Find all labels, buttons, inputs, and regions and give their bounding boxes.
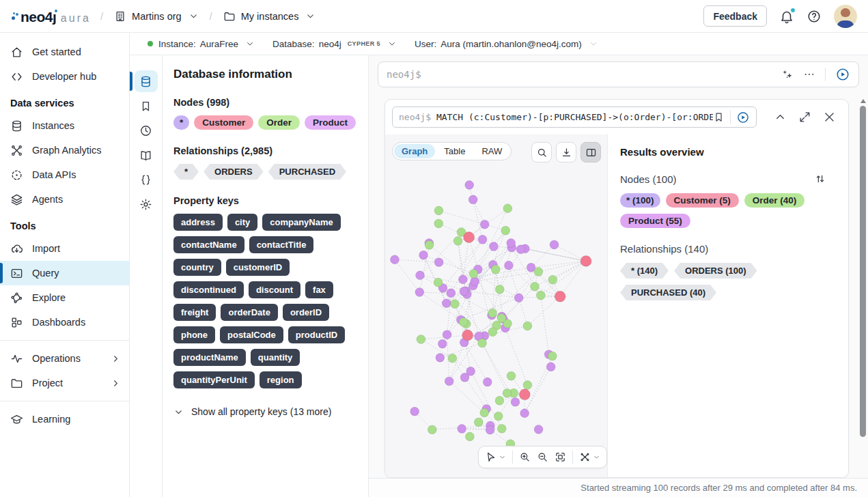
save-bookmark-icon[interactable] (713, 111, 725, 123)
node-label-chip[interactable]: Customer (194, 115, 253, 130)
vertical-scrollbar[interactable] (859, 99, 867, 497)
tab-raw[interactable]: RAW (474, 144, 509, 158)
tab-graph[interactable]: Graph (394, 144, 435, 158)
notification-badge (790, 8, 796, 13)
divider (512, 451, 513, 464)
property-key-chip[interactable]: productID (288, 326, 345, 343)
scrollbar-up-arrow[interactable] (860, 99, 866, 103)
overview-node-chip[interactable]: Order (40) (744, 193, 805, 208)
property-key-chip[interactable]: discount (249, 281, 300, 298)
pointer-tool-button[interactable] (485, 451, 506, 463)
database-selector[interactable]: Database: neo4j CYPHER 5 (272, 39, 397, 49)
chevron-down-icon[interactable] (589, 39, 598, 48)
collapse-card-button[interactable] (774, 111, 787, 124)
help-button[interactable] (807, 9, 822, 24)
fit-to-view-button[interactable] (555, 451, 566, 463)
expand-card-button[interactable] (798, 111, 811, 124)
rail-documentation-button[interactable] (135, 144, 158, 166)
property-key-chip[interactable]: freight (173, 304, 216, 321)
overview-relationship-chip[interactable]: PURCHASED (40) (620, 285, 716, 300)
property-key-chip[interactable]: postalCode (220, 326, 283, 343)
relationship-type-chip[interactable]: PURCHASED (268, 164, 346, 180)
property-key-chip[interactable]: contactName (173, 236, 244, 253)
property-key-chip[interactable]: quantity (251, 349, 300, 366)
sidebar-item-learning[interactable]: Learning (0, 407, 129, 431)
overview-node-chip[interactable]: * (100) (620, 193, 660, 208)
download-button[interactable] (556, 142, 576, 162)
chevron-down-icon (173, 407, 184, 417)
property-key-chip[interactable]: quantityPerUnit (173, 371, 255, 388)
property-key-chip[interactable]: phone (173, 326, 215, 343)
rail-parameters-button[interactable] (135, 169, 158, 190)
overview-node-chips: * (100)Customer (5)Order (40)Product (55… (620, 193, 836, 228)
rail-history-button[interactable] (135, 119, 158, 141)
sidebar-item-project[interactable]: Project (0, 371, 129, 395)
close-card-button[interactable] (823, 111, 836, 124)
graph-canvas[interactable] (385, 134, 607, 477)
sidebar-item-operations[interactable]: Operations (0, 346, 129, 371)
chevron-down-icon[interactable] (387, 39, 397, 48)
rail-database-info-button[interactable] (135, 70, 158, 92)
sidebar-item-import[interactable]: Import (0, 236, 129, 261)
show-all-properties-toggle[interactable]: Show all property keys (13 more) (173, 406, 357, 417)
property-key-chip[interactable]: discontinued (173, 281, 244, 298)
breadcrumb-project[interactable]: My instances (219, 8, 320, 25)
user-avatar[interactable] (834, 5, 857, 28)
run-query-button[interactable] (835, 67, 850, 82)
property-key-chip[interactable]: country (173, 259, 221, 276)
property-key-chip[interactable]: contactTitle (249, 236, 314, 253)
scrollbar-thumb[interactable] (860, 106, 866, 437)
relationship-type-chip[interactable]: * (173, 164, 199, 180)
property-key-chip[interactable]: city (227, 214, 257, 231)
chevron-down-icon[interactable] (305, 11, 316, 21)
overview-node-chip[interactable]: Customer (5) (666, 193, 739, 208)
toggle-overview-panel-button[interactable] (580, 142, 601, 162)
sidebar-item-dashboards[interactable]: Dashboards (0, 310, 129, 335)
user-selector[interactable]: User: Aura (martin.ohanlon@neo4j.com) (415, 39, 598, 49)
sort-button[interactable] (814, 173, 826, 185)
graph-toolbar (478, 446, 607, 468)
sidebar-item-query[interactable]: Query (0, 261, 129, 285)
property-key-chip[interactable]: companyName (262, 214, 340, 231)
sidebar-item-get-started[interactable]: Get started (0, 40, 129, 64)
node-label-chip[interactable]: * (173, 115, 189, 130)
graph-search-button[interactable] (531, 142, 552, 162)
relationship-type-chip[interactable]: ORDERS (204, 164, 264, 180)
sidebar-item-graph-analytics[interactable]: Graph Analytics (0, 138, 129, 162)
tab-table[interactable]: Table (436, 144, 473, 158)
property-key-chip[interactable]: orderID (283, 304, 329, 321)
breadcrumb-org[interactable]: Martins org (110, 8, 203, 25)
query-input[interactable] (387, 69, 781, 80)
neo4j-aura-logo[interactable]: neo4ȷ aura (11, 7, 91, 25)
ai-assist-button[interactable] (781, 68, 794, 81)
property-key-chip[interactable]: customerID (226, 259, 290, 276)
zoom-out-button[interactable] (537, 451, 548, 463)
feedback-button[interactable]: Feedback (703, 5, 767, 27)
rerun-query-button[interactable] (736, 111, 750, 124)
layout-tool-button[interactable] (579, 451, 600, 463)
overview-relationship-chip[interactable]: ORDERS (100) (674, 263, 757, 279)
chevron-down-icon[interactable] (245, 39, 255, 48)
sidebar-item-instances[interactable]: Instances (0, 113, 129, 138)
instance-selector[interactable]: Instance: AuraFree (148, 39, 255, 49)
zoom-in-button[interactable] (519, 451, 531, 463)
notifications-button[interactable] (779, 9, 794, 24)
sidebar-item-explore[interactable]: Explore (0, 285, 129, 310)
property-key-chip[interactable]: productName (173, 349, 246, 366)
overview-relationship-chip[interactable]: * (140) (620, 263, 669, 279)
rail-bookmarks-button[interactable] (135, 95, 158, 117)
property-key-chip[interactable]: fax (305, 281, 333, 298)
sidebar-item-data-apis[interactable]: Data APIs (0, 162, 129, 187)
chevron-down-icon[interactable] (188, 11, 199, 21)
sidebar-item-agents[interactable]: Agents (0, 187, 129, 212)
rail-settings-button[interactable] (135, 193, 158, 215)
property-key-chip[interactable]: orderDate (221, 304, 277, 321)
property-key-chip[interactable]: address (173, 214, 223, 231)
property-key-chip[interactable]: region (260, 371, 302, 388)
overview-node-chip[interactable]: Product (55) (620, 214, 690, 228)
node-label-chip[interactable]: Order (258, 115, 300, 130)
sidebar-item-developer-hub[interactable]: Developer hub (0, 64, 129, 89)
query-editor[interactable]: neo4j$ MATCH (c:Customer)-[p:PURCHASED]-… (392, 106, 757, 128)
more-options-button[interactable] (803, 68, 815, 81)
node-label-chip[interactable]: Product (305, 115, 356, 130)
